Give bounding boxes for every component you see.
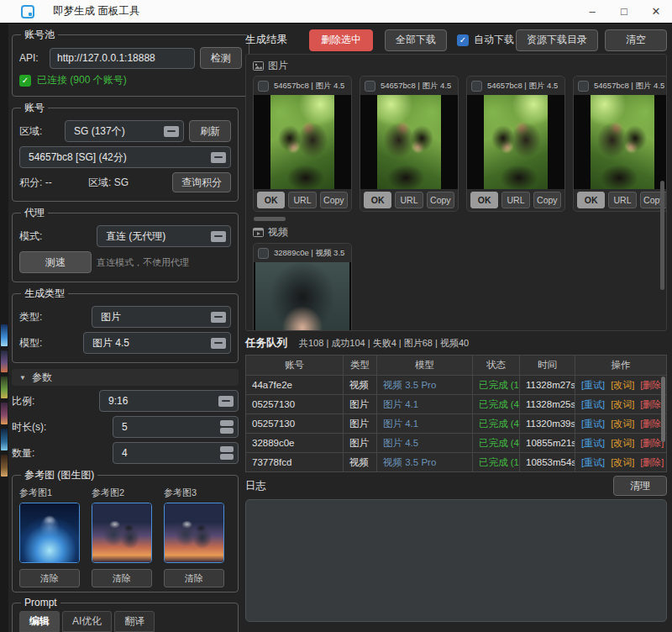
params-collapse-header[interactable]: ▼ 参数 bbox=[12, 369, 239, 386]
dropdown-icon[interactable] bbox=[211, 338, 226, 349]
card-checkbox[interactable] bbox=[471, 81, 482, 92]
window-title: 即梦生成 面板工具 bbox=[53, 4, 139, 18]
type-select[interactable]: 图片 bbox=[92, 306, 231, 328]
ok-button[interactable]: OK bbox=[577, 192, 605, 208]
tab-ai-optimize[interactable]: AI优化 bbox=[62, 611, 112, 632]
result-video-thumbnail[interactable] bbox=[254, 262, 351, 331]
card-checkbox[interactable] bbox=[365, 81, 375, 92]
reference-thumbnail[interactable] bbox=[164, 503, 224, 563]
url-button[interactable]: URL bbox=[501, 192, 529, 208]
retry-link[interactable]: [重试] bbox=[581, 398, 605, 411]
dropdown-icon[interactable] bbox=[211, 152, 226, 163]
url-button[interactable]: URL bbox=[608, 192, 636, 208]
account-select[interactable]: 54657bc8 [SG] (42分) bbox=[19, 146, 231, 168]
cell-status: 已完成 (1) bbox=[473, 453, 520, 471]
reference-thumbnail[interactable] bbox=[19, 503, 80, 563]
table-scrollbar[interactable] bbox=[661, 377, 665, 442]
reference-thumbnail[interactable] bbox=[92, 503, 152, 563]
dropdown-icon[interactable] bbox=[164, 126, 179, 137]
clear-results-button[interactable]: 清空 bbox=[605, 29, 667, 51]
tab-edit[interactable]: 编辑 bbox=[19, 611, 60, 632]
card-label: 54657bc8 | 图片 4.5 bbox=[487, 81, 558, 92]
close-button[interactable]: ✕ bbox=[640, 0, 672, 23]
reword-link[interactable]: [改词] bbox=[611, 418, 634, 430]
copy-button[interactable]: Copy bbox=[533, 192, 561, 208]
retry-link[interactable]: [重试] bbox=[581, 379, 605, 392]
duration-stepper[interactable]: 5 bbox=[113, 416, 239, 438]
results-header: 生成结果 删除选中 全部下载 ✓ 自动下载 资源下载目录 清空 bbox=[245, 29, 667, 50]
retry-link[interactable]: [重试] bbox=[581, 437, 605, 450]
result-image[interactable] bbox=[467, 95, 564, 189]
delete-link[interactable]: [删除] bbox=[640, 456, 664, 469]
retry-link[interactable]: [重试] bbox=[581, 456, 605, 469]
cell-time: 11320m39s bbox=[520, 414, 575, 433]
check-api-button[interactable]: 检测 bbox=[200, 47, 242, 69]
connected-checkbox[interactable]: ✓ bbox=[19, 75, 31, 87]
dropdown-icon[interactable] bbox=[218, 396, 234, 407]
table-row[interactable]: 73778fcd 视频 视频 3.5 Pro 已完成 (1) 10853m54s… bbox=[246, 452, 666, 471]
window-controls: – □ ✕ bbox=[576, 0, 672, 23]
ratio-select[interactable]: 9:16 bbox=[99, 390, 239, 412]
download-all-button[interactable]: 全部下载 bbox=[385, 29, 447, 51]
stepper-buttons[interactable] bbox=[220, 420, 234, 434]
cell-account: 44a7fe2e bbox=[246, 376, 344, 394]
type-label: 类型: bbox=[19, 310, 60, 324]
prompt-tabs: 编辑 AI优化 翻译 bbox=[19, 611, 231, 632]
url-button[interactable]: URL bbox=[395, 192, 423, 208]
reword-link[interactable]: [改词] bbox=[611, 437, 634, 450]
ok-button[interactable]: OK bbox=[470, 192, 498, 208]
retry-link[interactable]: [重试] bbox=[581, 418, 605, 430]
table-row[interactable]: 44a7fe2e 视频 视频 3.5 Pro 已完成 (1) 11328m27s… bbox=[246, 375, 666, 394]
auto-download-checkbox[interactable]: ✓ bbox=[457, 34, 469, 46]
copy-button[interactable]: Copy bbox=[320, 192, 348, 208]
result-image[interactable] bbox=[574, 95, 667, 189]
ok-button[interactable]: OK bbox=[257, 192, 285, 208]
table-row[interactable]: 05257130 图片 图片 4.1 已完成 (4) 11328m25s [重试… bbox=[246, 394, 666, 413]
refresh-button[interactable]: 刷新 bbox=[189, 120, 231, 142]
vertical-scrollbar[interactable] bbox=[660, 181, 664, 290]
clear-reference-button[interactable]: 清除 bbox=[92, 569, 152, 587]
maximize-button[interactable]: □ bbox=[608, 0, 640, 23]
card-checkbox[interactable] bbox=[258, 81, 269, 92]
connection-status: 已连接 (900 个账号) bbox=[37, 73, 127, 87]
ok-button[interactable]: OK bbox=[364, 192, 391, 208]
model-select[interactable]: 图片 4.5 bbox=[83, 332, 231, 354]
delete-selected-button[interactable]: 删除选中 bbox=[309, 29, 373, 51]
table-row[interactable]: 05257130 图片 图片 4.1 已完成 (4) 11320m39s [重试… bbox=[246, 413, 666, 433]
clear-reference-button[interactable]: 清除 bbox=[19, 569, 80, 587]
strip-thumbnail bbox=[1, 377, 8, 398]
reword-link[interactable]: [改词] bbox=[611, 379, 634, 392]
strip-thumbnails bbox=[0, 324, 8, 477]
url-button[interactable]: URL bbox=[288, 192, 316, 208]
result-image[interactable] bbox=[360, 95, 458, 189]
reword-link[interactable]: [改词] bbox=[611, 398, 634, 411]
download-dir-button[interactable]: 资源下载目录 bbox=[516, 29, 598, 51]
clean-log-button[interactable]: 清理 bbox=[613, 476, 667, 496]
reword-link[interactable]: [改词] bbox=[611, 456, 634, 469]
region-value: SG (137个) bbox=[74, 124, 125, 139]
api-input[interactable] bbox=[50, 48, 195, 69]
image-result-card: 54657bc8 | 图片 4.5 OK URL Copy bbox=[573, 76, 667, 212]
copy-button[interactable]: Copy bbox=[427, 192, 454, 208]
clear-reference-button[interactable]: 清除 bbox=[164, 569, 224, 587]
horizontal-scrollbar[interactable] bbox=[254, 217, 286, 221]
card-checkbox[interactable] bbox=[578, 81, 589, 92]
ratio-value: 9:16 bbox=[108, 395, 128, 407]
speed-test-button[interactable]: 测速 bbox=[19, 251, 92, 273]
log-output[interactable] bbox=[245, 499, 667, 622]
count-stepper[interactable]: 4 bbox=[113, 442, 239, 464]
tab-translate[interactable]: 翻译 bbox=[114, 611, 155, 632]
cell-time: 10855m21s bbox=[520, 434, 575, 452]
stepper-buttons[interactable] bbox=[220, 446, 234, 460]
proxy-mode-select[interactable]: 直连 (无代理) bbox=[97, 225, 231, 247]
card-checkbox[interactable] bbox=[258, 248, 269, 259]
dropdown-icon[interactable] bbox=[211, 231, 226, 242]
table-row[interactable]: 32889c0e 图片 图片 4.5 已完成 (4) 10855m21s [重试… bbox=[246, 433, 666, 452]
result-image[interactable] bbox=[254, 95, 351, 189]
region-select[interactable]: SG (137个) bbox=[65, 120, 184, 142]
dropdown-icon[interactable] bbox=[211, 312, 226, 323]
titlebar: 即梦生成 面板工具 – □ ✕ bbox=[0, 0, 672, 24]
query-points-button[interactable]: 查询积分 bbox=[172, 172, 231, 192]
col-model: 模型 bbox=[377, 356, 473, 375]
minimize-button[interactable]: – bbox=[576, 0, 608, 23]
